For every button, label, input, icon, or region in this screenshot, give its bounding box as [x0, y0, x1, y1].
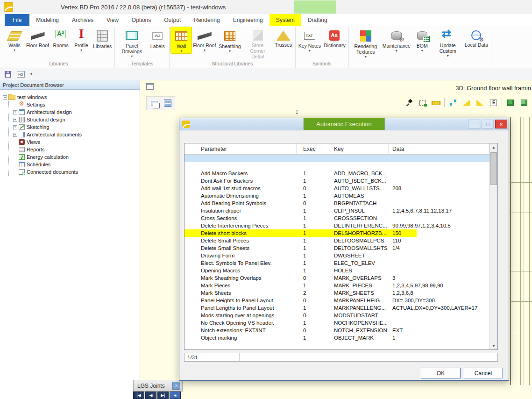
param-row-mark-sheets[interactable]: Mark Sheets2MARK_SHEETS1,2,3,6,8	[184, 289, 489, 297]
tree-item-settings[interactable]: Settings	[9, 101, 140, 108]
tree-item-connected-documents[interactable]: Connected documents	[9, 168, 140, 176]
ribbon-button-dictionary[interactable]: Dictionary	[322, 27, 347, 49]
view-window-icon[interactable]	[146, 83, 154, 90]
param-row-delete-interferencing-pieces[interactable]: Delete Interferencing Pieces1DELINTERFER…	[184, 222, 489, 229]
ribbon-button-floor-roof[interactable]: Floor Roof▾	[192, 27, 217, 52]
ok-button[interactable]: OK	[421, 368, 461, 378]
tab-rendering[interactable]: Rendering	[187, 14, 226, 26]
collapse-icon[interactable]: −	[3, 95, 7, 100]
ribbon-button-wall[interactable]: Wall▾	[171, 27, 192, 53]
tab-drafting[interactable]: Drafting	[301, 14, 334, 26]
tab-view[interactable]: View	[100, 14, 125, 26]
ribbon-button-trusses[interactable]: Trusses	[273, 27, 294, 49]
tab-system[interactable]: System	[270, 14, 301, 26]
ribbon-button-libraries[interactable]: Libraries	[92, 27, 113, 50]
param-row-add-macro-backers[interactable]: Add Macro Backers1ADD_MACRO_BCK...	[184, 170, 489, 177]
param-row-panel-lengths-to-panel-layout[interactable]: Panel Lengths to Panel Layout1MARKPANELL…	[184, 304, 489, 312]
tab-engineering[interactable]: Engineering	[227, 14, 270, 26]
next-button[interactable]: ▶|	[157, 392, 169, 399]
close-icon[interactable]: ×	[172, 382, 180, 390]
green-cube2-button[interactable]	[517, 97, 531, 109]
chevron-down-icon[interactable]: ▾	[30, 72, 32, 76]
grid-view-button[interactable]	[161, 97, 174, 109]
tree-item-architectural-design[interactable]: +Architectural design	[9, 108, 140, 116]
ribbon-button-walls[interactable]: Walls▾	[4, 27, 25, 52]
param-row-object-marking[interactable]: Object marking1OBJECT_MARK1	[184, 334, 489, 342]
ruler-button[interactable]	[429, 97, 443, 109]
tab-file[interactable]: File	[5, 14, 29, 26]
param-row-automatic-dimensioning[interactable]: Automatic Dimensioning1AUTOMEAS	[184, 192, 489, 200]
param-row-elect-symbols-to-panel-elev[interactable]: Elect. Symbols To Panel Elev.1ELEC_TO_EL…	[184, 259, 489, 267]
ribbon-button-key-notes[interactable]: Key Notes▾	[297, 27, 322, 53]
param-row-add-wall-1st-stud-macros[interactable]: Add wall 1st stud macros0AUTO_WALL1STS..…	[184, 185, 489, 192]
param-row-add-bearing-point-symbols[interactable]: Add Bearing Point Symbols0BRGPNTATTACH	[184, 200, 489, 207]
param-row-no-check-opening-vs-header[interactable]: No Check Opening VS header.1NOCHKOPENVSH…	[184, 319, 489, 327]
expand-icon[interactable]: +	[13, 118, 17, 122]
column-header-exec[interactable]: Exec	[297, 143, 330, 154]
lgs-joints-panel[interactable]: LGS Joints ×	[133, 380, 183, 392]
param-row-mark-sheathing-overlaps[interactable]: Mark Sheathing Overlaps0MARK_OVERLAPS3	[184, 274, 489, 282]
ribbon-button-floor-roof[interactable]: Floor Roof	[25, 27, 50, 49]
expand-icon[interactable]: +	[13, 133, 17, 137]
tab-modeling[interactable]: Modeling	[29, 14, 65, 26]
copy-view-button[interactable]	[147, 97, 161, 109]
first-button[interactable]: |◀	[133, 392, 144, 399]
snap-perp-button[interactable]	[473, 97, 487, 109]
ribbon-button-labels[interactable]: Labels	[147, 27, 168, 50]
param-row-dont-ask-for-backers[interactable]: Dont Ask For Backers1AUTO_ISECT_BCK...	[184, 177, 489, 185]
param-row-opening-macros[interactable]: Opening Macros1HOLES	[184, 267, 489, 274]
param-row-drawing-form[interactable]: Drawing Form1DWGSHEET	[184, 252, 489, 259]
scroll-up-icon[interactable]: ▲	[490, 143, 497, 151]
param-row-delete-short-blocks[interactable]: Delete short blocks1DELSHORTHORZB...150	[184, 229, 489, 237]
snap-angle-button[interactable]	[460, 97, 473, 109]
ribbon-button-bom[interactable]: BOM▾	[412, 27, 433, 53]
save-icon[interactable]	[5, 71, 11, 78]
ribbon-button-profile[interactable]: Profile▾	[71, 27, 92, 52]
column-header-data[interactable]: Data	[389, 143, 489, 154]
tree-item-structural-design[interactable]: +Structural design	[9, 116, 140, 123]
param-row[interactable]	[184, 155, 489, 162]
ribbon-button-rooms[interactable]: Rooms	[50, 27, 71, 49]
tab-options[interactable]: Options	[125, 14, 157, 26]
snap-node-button[interactable]	[446, 97, 460, 109]
column-header-key[interactable]: Key	[330, 143, 389, 154]
tab-archives[interactable]: Archives	[65, 14, 100, 26]
ribbon-button-local-data[interactable]: Local Data	[463, 27, 489, 49]
expand-icon[interactable]: +	[13, 125, 17, 129]
scroll-down-icon[interactable]: ▼	[490, 342, 497, 349]
minimize-button[interactable]: –	[468, 120, 480, 128]
ribbon-button-store-corner-detail[interactable]: Store Corner Detail	[242, 27, 273, 60]
ribbon-button-maintenance[interactable]: Maintenance▾	[381, 27, 412, 53]
expand-icon[interactable]: +	[13, 110, 17, 114]
param-row-mark-pieces[interactable]: Mark Pieces1MARK_PIECES1,2,3,4,5,97,98,9…	[184, 282, 489, 289]
tree-item-schedules[interactable]: Schedules	[9, 161, 140, 168]
ribbon-button-panel-drawings[interactable]: Panel Drawings▾	[116, 27, 147, 58]
tab-output[interactable]: Output	[157, 14, 187, 26]
elevation-button[interactable]	[487, 97, 500, 109]
green-cube-button[interactable]	[504, 97, 517, 109]
param-row-delete-small-pieces[interactable]: Delete Small Pieces1DELTOOSMALLPCS110	[184, 237, 489, 244]
fit-region-button[interactable]	[416, 97, 429, 109]
param-row[interactable]	[184, 162, 489, 170]
vertical-scrollbar[interactable]: ▲ ▼	[489, 143, 497, 349]
close-button[interactable]: ×	[495, 120, 507, 128]
maximize-button[interactable]: □	[482, 120, 494, 128]
tree-item-views[interactable]: Views	[9, 138, 140, 146]
param-row-notch-extensions-ext-int[interactable]: Notch extensions: EXT/INT0NOTCH_EXTENSIO…	[184, 327, 489, 334]
dimension-tool-icon[interactable]	[17, 71, 25, 78]
column-header-parameter[interactable]: Parameter	[184, 143, 297, 154]
param-row-mods-starting-over-at-openings[interactable]: Mods starting over at openings0MODSTUDST…	[184, 312, 489, 319]
ribbon-button-update-custom[interactable]: Update Custom▾	[433, 27, 463, 58]
tree-item-sketching[interactable]: +Sketching	[9, 123, 140, 131]
param-row-panel-heights-to-panel-layout[interactable]: Panel Heights to Panel Layout0MARKPANELH…	[184, 297, 489, 304]
ribbon-button-sheathing[interactable]: Sheathing▾	[217, 27, 242, 53]
cancel-button[interactable]: Cancel	[464, 368, 503, 378]
dialog-title-bar[interactable]: Automatic Execution – □ ×	[179, 118, 509, 130]
add-button[interactable]: +	[170, 392, 181, 399]
tree-item-architectural-documents[interactable]: +Architectural documents	[9, 131, 140, 138]
ribbon-button-rendering-textures[interactable]: Rendering Textures▾	[350, 27, 381, 59]
pin-button[interactable]	[402, 97, 416, 109]
param-row-cross-sections[interactable]: Cross Sections1CROSSSECTION	[184, 214, 489, 222]
previous-button[interactable]: ◀	[145, 392, 156, 399]
param-row-insulation-clipper[interactable]: Insulation clipper1CLIP_INSUL1,2,4,5,6,7…	[184, 207, 489, 214]
